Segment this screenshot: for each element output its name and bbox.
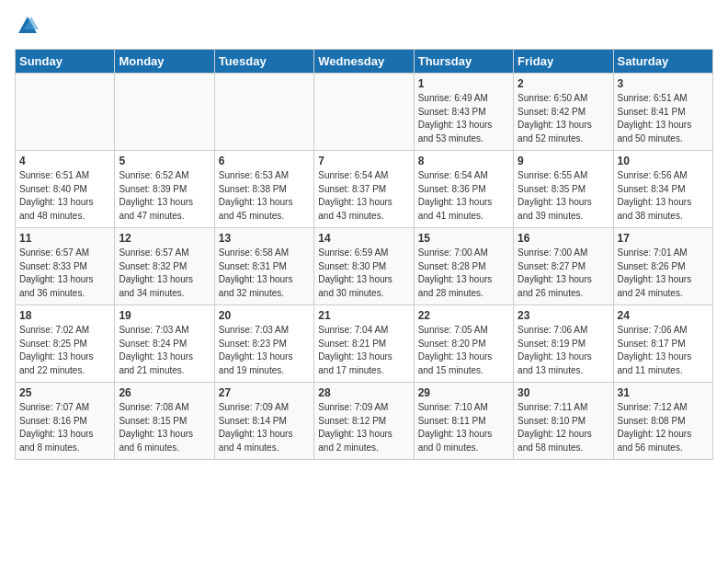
calendar-cell: 27Sunrise: 7:09 AM Sunset: 8:14 PM Dayli… xyxy=(214,383,313,460)
day-number: 22 xyxy=(418,309,509,322)
day-info: Sunrise: 6:53 AM Sunset: 8:38 PM Dayligh… xyxy=(219,169,310,223)
day-number: 17 xyxy=(618,232,709,245)
calendar-cell xyxy=(214,74,313,151)
logo xyxy=(15,15,39,41)
day-number: 1 xyxy=(418,77,509,90)
calendar-cell: 26Sunrise: 7:08 AM Sunset: 8:15 PM Dayli… xyxy=(115,383,214,460)
day-number: 10 xyxy=(618,155,709,167)
calendar-cell: 15Sunrise: 7:00 AM Sunset: 8:28 PM Dayli… xyxy=(414,228,513,305)
weekday-header-row: SundayMondayTuesdayWednesdayThursdayFrid… xyxy=(16,50,713,74)
calendar-week-row: 1Sunrise: 6:49 AM Sunset: 8:43 PM Daylig… xyxy=(16,74,713,151)
day-info: Sunrise: 7:12 AM Sunset: 8:08 PM Dayligh… xyxy=(618,401,709,454)
day-info: Sunrise: 7:08 AM Sunset: 8:15 PM Dayligh… xyxy=(119,401,210,454)
weekday-header-thursday: Thursday xyxy=(414,50,513,74)
day-number: 29 xyxy=(418,386,509,399)
day-info: Sunrise: 6:58 AM Sunset: 8:31 PM Dayligh… xyxy=(219,247,310,300)
weekday-header-friday: Friday xyxy=(514,50,613,74)
calendar-cell: 31Sunrise: 7:12 AM Sunset: 8:08 PM Dayli… xyxy=(613,383,712,460)
day-number: 23 xyxy=(518,309,609,322)
day-number: 25 xyxy=(19,386,110,399)
calendar-cell: 25Sunrise: 7:07 AM Sunset: 8:16 PM Dayli… xyxy=(16,383,115,460)
calendar-cell: 5Sunrise: 6:52 AM Sunset: 8:39 PM Daylig… xyxy=(115,151,214,228)
logo-text xyxy=(15,15,39,41)
day-info: Sunrise: 7:10 AM Sunset: 8:11 PM Dayligh… xyxy=(418,401,509,454)
calendar-cell xyxy=(314,74,414,151)
day-number: 24 xyxy=(618,309,709,322)
day-number: 20 xyxy=(219,309,310,322)
calendar-cell: 2Sunrise: 6:50 AM Sunset: 8:42 PM Daylig… xyxy=(514,74,613,151)
day-info: Sunrise: 7:03 AM Sunset: 8:23 PM Dayligh… xyxy=(219,324,310,377)
calendar-cell: 1Sunrise: 6:49 AM Sunset: 8:43 PM Daylig… xyxy=(414,74,513,151)
calendar-table: SundayMondayTuesdayWednesdayThursdayFrid… xyxy=(15,49,713,460)
day-info: Sunrise: 7:11 AM Sunset: 8:10 PM Dayligh… xyxy=(518,401,609,454)
calendar-cell: 29Sunrise: 7:10 AM Sunset: 8:11 PM Dayli… xyxy=(414,383,513,460)
day-number: 3 xyxy=(618,77,709,90)
calendar-cell: 4Sunrise: 6:51 AM Sunset: 8:40 PM Daylig… xyxy=(16,151,115,228)
calendar-week-row: 11Sunrise: 6:57 AM Sunset: 8:33 PM Dayli… xyxy=(16,228,713,305)
calendar-cell: 13Sunrise: 6:58 AM Sunset: 8:31 PM Dayli… xyxy=(214,228,313,305)
day-info: Sunrise: 7:03 AM Sunset: 8:24 PM Dayligh… xyxy=(119,324,210,377)
day-number: 11 xyxy=(19,232,110,245)
day-info: Sunrise: 6:59 AM Sunset: 8:30 PM Dayligh… xyxy=(318,247,409,300)
calendar-cell: 20Sunrise: 7:03 AM Sunset: 8:23 PM Dayli… xyxy=(214,305,313,383)
day-info: Sunrise: 7:09 AM Sunset: 8:12 PM Dayligh… xyxy=(318,401,409,454)
day-number: 16 xyxy=(518,232,609,245)
day-info: Sunrise: 7:07 AM Sunset: 8:16 PM Dayligh… xyxy=(19,401,110,454)
day-number: 8 xyxy=(418,155,509,167)
calendar-cell: 11Sunrise: 6:57 AM Sunset: 8:33 PM Dayli… xyxy=(16,228,115,305)
weekday-header-wednesday: Wednesday xyxy=(314,50,414,74)
weekday-header-tuesday: Tuesday xyxy=(214,50,313,74)
calendar-cell: 24Sunrise: 7:06 AM Sunset: 8:17 PM Dayli… xyxy=(613,305,712,383)
calendar-cell: 17Sunrise: 7:01 AM Sunset: 8:26 PM Dayli… xyxy=(613,228,712,305)
calendar-cell: 8Sunrise: 6:54 AM Sunset: 8:36 PM Daylig… xyxy=(414,151,513,228)
day-number: 12 xyxy=(119,232,210,245)
calendar-week-row: 25Sunrise: 7:07 AM Sunset: 8:16 PM Dayli… xyxy=(16,383,713,460)
calendar-week-row: 18Sunrise: 7:02 AM Sunset: 8:25 PM Dayli… xyxy=(16,305,713,383)
day-info: Sunrise: 6:57 AM Sunset: 8:33 PM Dayligh… xyxy=(19,247,110,300)
day-number: 13 xyxy=(219,232,310,245)
day-info: Sunrise: 6:51 AM Sunset: 8:40 PM Dayligh… xyxy=(19,169,110,223)
day-info: Sunrise: 7:01 AM Sunset: 8:26 PM Dayligh… xyxy=(618,247,709,300)
day-number: 15 xyxy=(418,232,509,245)
weekday-header-sunday: Sunday xyxy=(16,50,115,74)
calendar-cell xyxy=(115,74,214,151)
weekday-header-monday: Monday xyxy=(115,50,214,74)
day-info: Sunrise: 6:55 AM Sunset: 8:35 PM Dayligh… xyxy=(518,169,609,223)
day-number: 5 xyxy=(119,155,210,167)
calendar-cell: 18Sunrise: 7:02 AM Sunset: 8:25 PM Dayli… xyxy=(16,305,115,383)
day-number: 31 xyxy=(618,386,709,399)
day-info: Sunrise: 6:49 AM Sunset: 8:43 PM Dayligh… xyxy=(418,92,509,145)
day-info: Sunrise: 6:51 AM Sunset: 8:41 PM Dayligh… xyxy=(618,92,709,145)
calendar-cell: 6Sunrise: 6:53 AM Sunset: 8:38 PM Daylig… xyxy=(214,151,313,228)
day-number: 2 xyxy=(518,77,609,90)
day-info: Sunrise: 6:57 AM Sunset: 8:32 PM Dayligh… xyxy=(119,247,210,300)
weekday-header-saturday: Saturday xyxy=(613,50,712,74)
calendar-cell: 12Sunrise: 6:57 AM Sunset: 8:32 PM Dayli… xyxy=(115,228,214,305)
calendar-cell: 22Sunrise: 7:05 AM Sunset: 8:20 PM Dayli… xyxy=(414,305,513,383)
calendar-cell: 28Sunrise: 7:09 AM Sunset: 8:12 PM Dayli… xyxy=(314,383,414,460)
day-number: 7 xyxy=(318,155,409,167)
day-number: 18 xyxy=(19,309,110,322)
day-info: Sunrise: 6:52 AM Sunset: 8:39 PM Dayligh… xyxy=(119,169,210,223)
day-info: Sunrise: 6:54 AM Sunset: 8:37 PM Dayligh… xyxy=(318,169,409,223)
day-number: 9 xyxy=(518,155,609,167)
logo-icon xyxy=(17,15,39,37)
page-header xyxy=(15,15,713,41)
day-info: Sunrise: 7:04 AM Sunset: 8:21 PM Dayligh… xyxy=(318,324,409,377)
calendar-cell: 16Sunrise: 7:00 AM Sunset: 8:27 PM Dayli… xyxy=(514,228,613,305)
calendar-cell xyxy=(16,74,115,151)
day-info: Sunrise: 7:09 AM Sunset: 8:14 PM Dayligh… xyxy=(219,401,310,454)
calendar-cell: 3Sunrise: 6:51 AM Sunset: 8:41 PM Daylig… xyxy=(613,74,712,151)
day-info: Sunrise: 7:00 AM Sunset: 8:27 PM Dayligh… xyxy=(518,247,609,300)
day-info: Sunrise: 7:00 AM Sunset: 8:28 PM Dayligh… xyxy=(418,247,509,300)
day-number: 30 xyxy=(518,386,609,399)
day-number: 26 xyxy=(119,386,210,399)
day-number: 19 xyxy=(119,309,210,322)
day-info: Sunrise: 7:02 AM Sunset: 8:25 PM Dayligh… xyxy=(19,324,110,377)
day-number: 6 xyxy=(219,155,310,167)
calendar-cell: 23Sunrise: 7:06 AM Sunset: 8:19 PM Dayli… xyxy=(514,305,613,383)
day-number: 14 xyxy=(318,232,409,245)
calendar-cell: 14Sunrise: 6:59 AM Sunset: 8:30 PM Dayli… xyxy=(314,228,414,305)
calendar-cell: 9Sunrise: 6:55 AM Sunset: 8:35 PM Daylig… xyxy=(514,151,613,228)
calendar-cell: 30Sunrise: 7:11 AM Sunset: 8:10 PM Dayli… xyxy=(514,383,613,460)
